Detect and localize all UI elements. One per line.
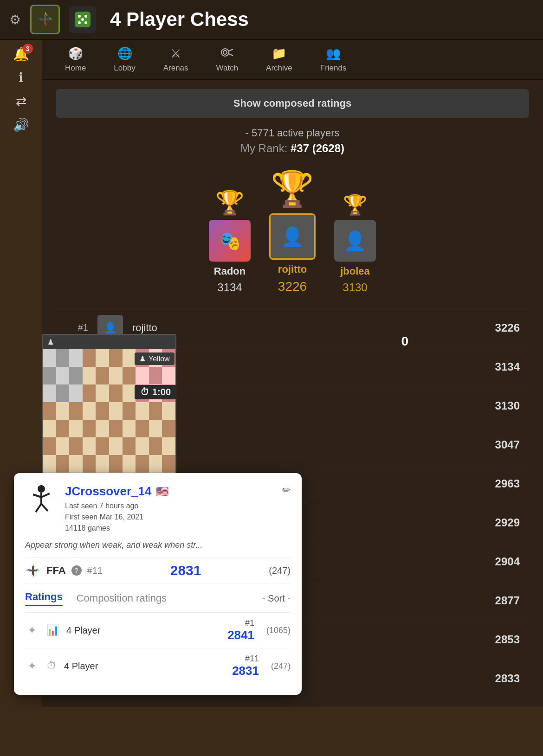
player-info: JCrossover_14 🇺🇸 Last seen 7 hours ago F… bbox=[65, 484, 275, 534]
score: 2877 bbox=[495, 594, 520, 607]
arenas-icon: ⚔ bbox=[170, 46, 181, 61]
ffa-rank: #11 bbox=[87, 565, 103, 576]
sidebar-item-lobby[interactable]: 🌐 Lobby bbox=[100, 40, 149, 79]
svg-point-8 bbox=[84, 15, 87, 18]
svg-point-10 bbox=[84, 21, 87, 24]
lobby-icon: 🌐 bbox=[117, 46, 132, 61]
show-ratings-button[interactable]: Show composed ratings bbox=[56, 89, 529, 118]
active-players-count: - 5771 active players bbox=[56, 127, 529, 139]
sub-nav: 🎲 Home 🌐 Lobby ⚔ Arenas Watch 📁 A bbox=[42, 40, 543, 80]
svg-point-7 bbox=[78, 15, 81, 18]
rating-score-1: 2841 bbox=[227, 628, 254, 642]
yellow-indicator: ♟ Yellow bbox=[135, 352, 175, 365]
rating-rank-1: #1 bbox=[227, 618, 254, 628]
sound-icon[interactable]: 🔊 bbox=[13, 117, 29, 133]
podium-score-2nd: 3134 bbox=[217, 281, 242, 294]
player-username[interactable]: JCrossover_14 bbox=[65, 484, 151, 499]
podium-score-3rd: 3130 bbox=[343, 281, 367, 294]
player-card: JCrossover_14 🇺🇸 Last seen 7 hours ago F… bbox=[14, 473, 302, 695]
rating-item[interactable]: ✦ ⏱ 4 Player #11 2831 (247) bbox=[25, 648, 291, 684]
first-seen: First seen Mar 16, 2021 bbox=[65, 512, 275, 523]
svg-line-14 bbox=[229, 49, 233, 51]
score: 2853 bbox=[495, 633, 520, 646]
svg-line-18 bbox=[33, 494, 41, 497]
svg-point-16 bbox=[38, 485, 45, 493]
svg-point-12 bbox=[221, 49, 229, 56]
score: 2929 bbox=[495, 516, 520, 529]
friends-icon: 👥 bbox=[326, 46, 341, 61]
score: 2963 bbox=[495, 477, 520, 490]
ffa-help-icon[interactable]: ? bbox=[71, 565, 82, 576]
info-icon[interactable]: ℹ bbox=[19, 70, 24, 85]
yellow-pawn-icon: ♟ bbox=[139, 354, 146, 363]
score: 2904 bbox=[495, 555, 520, 568]
tab-composition-ratings[interactable]: Composition ratings bbox=[77, 592, 167, 604]
sidebar-item-home[interactable]: 🎲 Home bbox=[51, 40, 100, 79]
sort-button[interactable]: - Sort - bbox=[262, 593, 291, 604]
ffa-arrows-icon bbox=[25, 563, 41, 578]
arrows-cross-icon bbox=[35, 10, 55, 29]
svg-line-20 bbox=[36, 504, 41, 512]
exchange-icon[interactable]: ⇄ bbox=[16, 94, 26, 109]
rating-type-icon-2: ✦ bbox=[25, 660, 39, 673]
nav-logo-secondary[interactable] bbox=[69, 6, 96, 33]
watch-icon bbox=[220, 46, 233, 61]
trophy-silver-icon: 🏆 bbox=[215, 189, 244, 216]
chart-icon: 📊 bbox=[46, 624, 59, 636]
score: 2833 bbox=[495, 672, 520, 685]
bell-icon[interactable]: 🔔 3 bbox=[13, 46, 29, 62]
home-icon: 🎲 bbox=[68, 46, 83, 61]
podium-item-2nd[interactable]: 🏆 🎭 Radon 3134 bbox=[209, 189, 251, 294]
rating-rank-2: #11 bbox=[232, 654, 259, 664]
podium-score-1st: 3226 bbox=[278, 279, 307, 294]
score-display: 0 bbox=[401, 334, 408, 349]
player-bio: Appear strong when weak, and weak when s… bbox=[25, 540, 291, 550]
dice-icon bbox=[73, 10, 92, 29]
arenas-label: Arenas bbox=[163, 64, 188, 73]
podium-avatar-2nd: 🎭 bbox=[209, 220, 251, 262]
svg-line-21 bbox=[41, 504, 48, 511]
podium-name-3rd: jbolea bbox=[340, 265, 370, 277]
ffa-label: FFA bbox=[46, 564, 66, 577]
player-card-header: JCrossover_14 🇺🇸 Last seen 7 hours ago F… bbox=[25, 484, 291, 534]
rating-type-icon-1: ✦ bbox=[25, 624, 39, 637]
svg-rect-5 bbox=[44, 14, 46, 25]
chess-piece-icon: ♟ bbox=[47, 338, 54, 346]
nav-logo-active[interactable] bbox=[30, 5, 60, 34]
tab-ratings[interactable]: Ratings bbox=[25, 591, 63, 606]
my-rank-value: #37 (2628) bbox=[291, 142, 344, 154]
svg-line-15 bbox=[229, 54, 233, 56]
score: 3134 bbox=[495, 360, 520, 373]
sidebar-item-arenas[interactable]: ⚔ Arenas bbox=[149, 40, 202, 79]
page-title: 4 Player Chess bbox=[110, 8, 249, 31]
friends-label: Friends bbox=[320, 64, 347, 73]
trophy-bronze-icon: 🏆 bbox=[343, 193, 367, 216]
rating-score-2: 2831 bbox=[232, 664, 259, 678]
podium-item-3rd[interactable]: 🏆 👤 jbolea 3130 bbox=[334, 193, 376, 294]
rating-item[interactable]: ✦ 📊 4 Player #1 2841 (1065) bbox=[25, 612, 291, 648]
sidebar-item-friends[interactable]: 👥 Friends bbox=[306, 40, 361, 79]
timer-icon: ⏱ bbox=[46, 660, 57, 672]
player-ffa-row: FFA ? #11 2831 (247) bbox=[25, 557, 291, 583]
ffa-games: (247) bbox=[269, 565, 291, 576]
podium-name-2nd: Radon bbox=[214, 265, 246, 277]
trophy-gold-icon: 🏆 bbox=[271, 169, 314, 210]
clock-icon: ⏱ bbox=[140, 387, 149, 397]
player-avatar bbox=[25, 484, 58, 517]
rating-rank-score-1: #1 2841 bbox=[227, 618, 254, 642]
score: 3047 bbox=[495, 438, 520, 451]
lobby-label: Lobby bbox=[114, 64, 135, 73]
games-count: 14118 games bbox=[65, 523, 275, 534]
edit-icon[interactable]: ✏ bbox=[282, 484, 291, 496]
sidebar-item-watch[interactable]: Watch bbox=[202, 40, 252, 79]
chess-header: ♟ bbox=[43, 335, 175, 349]
svg-point-9 bbox=[78, 21, 81, 24]
gear-icon[interactable]: ⚙ bbox=[9, 12, 21, 27]
ffa-cross-icon bbox=[25, 563, 41, 578]
podium-item-1st[interactable]: 🏆 👤 rojitto 3226 bbox=[269, 169, 316, 294]
ratings-tabs: Ratings Composition ratings - Sort - bbox=[25, 591, 291, 606]
my-rank: My Rank: #37 (2628) bbox=[56, 142, 529, 155]
top-header: ⚙ 4 Player Chess bbox=[0, 0, 543, 40]
svg-line-19 bbox=[41, 493, 50, 497]
sidebar-item-archive[interactable]: 📁 Archive bbox=[252, 40, 306, 79]
